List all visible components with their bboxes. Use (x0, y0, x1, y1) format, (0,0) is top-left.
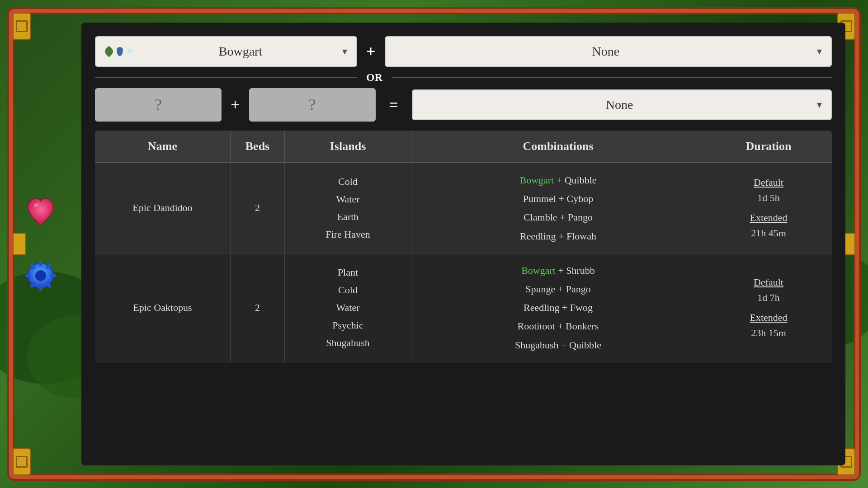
second-dropdown-chevron: ▾ (817, 46, 822, 57)
extended-value: 21h 45m (751, 227, 786, 239)
combo-item: Reedling + Fwog (524, 300, 593, 315)
or-line-right (392, 77, 832, 78)
bolt-bottom-left (13, 448, 31, 475)
cell-islands: PlantColdWaterPsychicShugabush (285, 253, 411, 362)
island-item: Earth (337, 209, 359, 224)
header-beds: Beds (231, 131, 285, 162)
extended-value: 23h 15m (751, 327, 786, 339)
cell-duration: Default1d 5hExtended21h 45m (705, 163, 832, 253)
drop-icon (117, 47, 123, 56)
heart-icon[interactable] (23, 194, 59, 230)
default-value: 1d 5h (757, 192, 780, 204)
table-body: Epic Dandidoo2ColdWaterEarthFire HavenBo… (95, 163, 832, 452)
extended-label: Extended (750, 212, 787, 224)
combo-monster-a: Rootitoot (518, 320, 555, 332)
combo-monster-b: Flowah (566, 230, 596, 242)
combo-item: Pummel + Cybop (523, 191, 593, 206)
second-monster-selector: None ▾ (385, 36, 832, 67)
combo-op: + (559, 302, 570, 313)
combo-item: Reedling + Flowah (520, 228, 596, 244)
or-text: OR (357, 71, 392, 84)
gear-icon[interactable] (23, 258, 59, 294)
cell-islands: ColdWaterEarthFire Haven (285, 163, 411, 253)
island-item: Water (336, 192, 360, 206)
cell-combinations: Bowgart + ShrubbSpunge + PangoReedling +… (411, 253, 705, 362)
table-header: Name Beds Islands Combinations Duration (95, 131, 832, 163)
combo-monster-b: Shrubb (566, 265, 595, 276)
header-combinations: Combinations (411, 131, 705, 162)
main-monster-selector: ❄ Bowgart ▾ (95, 36, 357, 67)
combo-op: + (555, 320, 566, 332)
island-item: Water (336, 300, 360, 315)
or-line-left (95, 77, 357, 78)
combo-monster-a: Spunge (525, 283, 555, 295)
combo-op: + (559, 339, 569, 351)
island-item: Cold (338, 174, 358, 189)
svg-rect-4 (39, 285, 42, 291)
combo-monster-a: Bowgart (519, 174, 554, 186)
combo-op: + (556, 193, 566, 204)
combo-monster-b: Pango (566, 283, 591, 295)
result-dropdown[interactable]: None ▾ (412, 89, 832, 120)
combo-monster-b: Fwog (570, 302, 593, 313)
table-row: Epic Oaktopus2PlantColdWaterPsychicShuga… (95, 253, 832, 362)
extended-label: Extended (750, 312, 787, 324)
combo-op: + (554, 174, 564, 186)
svg-rect-6 (50, 274, 56, 277)
combo-monster-b: Pango (568, 211, 593, 223)
svg-rect-5 (25, 274, 31, 277)
combo-item: Spunge + Pango (525, 281, 590, 297)
combo-monster-b: Cybop (567, 193, 594, 204)
combo-item: Shugabush + Quibble (515, 337, 601, 353)
cell-beds: 2 (231, 253, 285, 362)
question-box-1[interactable]: ? (95, 88, 222, 122)
snowflake-icon: ❄ (127, 47, 133, 56)
island-item: Fire Haven (326, 227, 370, 242)
combo-item: Bowgart + Quibble (519, 172, 596, 188)
top-plus-sign: + (366, 42, 376, 61)
cell-duration: Default1d 7hExtended23h 15m (705, 253, 832, 362)
default-label: Default (754, 277, 783, 288)
alt-selectors-row: ? + ? = None ▾ (95, 88, 832, 122)
island-item: Shugabush (326, 335, 370, 350)
combo-monster-a: Reedling (524, 302, 559, 313)
main-monster-dropdown[interactable]: ❄ Bowgart ▾ (95, 36, 357, 67)
combo-item: Bowgart + Shrubb (521, 263, 595, 278)
result-label: None (422, 98, 817, 112)
result-selector: None ▾ (412, 89, 832, 120)
question-mark-2: ? (309, 96, 316, 114)
combo-op: + (557, 211, 568, 223)
top-selectors-row: ❄ Bowgart ▾ + None ▾ (95, 36, 832, 67)
equals-sign: = (385, 95, 403, 114)
header-name: Name (95, 131, 231, 162)
cell-beds: 2 (231, 163, 285, 253)
sidebar-icons (23, 194, 59, 294)
or-divider-row: OR (95, 71, 832, 84)
bolt-top-left (13, 13, 31, 40)
table-row: Epic Dandidoo2ColdWaterEarthFire HavenBo… (95, 163, 832, 253)
question-mark-1: ? (155, 96, 162, 114)
second-monster-dropdown[interactable]: None ▾ (385, 36, 832, 67)
alt-plus-sign: + (231, 95, 240, 114)
combo-monster-b: Bonkers (566, 320, 599, 332)
combo-monster-a: Reedling (520, 230, 556, 242)
combo-monster-b: Quibble (565, 174, 597, 186)
svg-point-2 (35, 270, 46, 281)
results-table: Name Beds Islands Combinations Duration … (95, 131, 832, 452)
combo-item: Rootitoot + Bonkers (518, 318, 599, 334)
svg-rect-3 (39, 260, 42, 266)
cell-name: Epic Dandidoo (95, 163, 231, 253)
combo-monster-b: Quibble (569, 339, 601, 351)
monster-icons: ❄ (105, 47, 133, 56)
header-duration: Duration (705, 131, 832, 162)
combo-item: Clamble + Pango (524, 209, 593, 225)
leaf-icon (103, 46, 114, 57)
island-item: Cold (338, 282, 358, 297)
main-monster-label: Bowgart (139, 44, 342, 59)
combo-monster-a: Bowgart (521, 265, 556, 276)
question-box-2[interactable]: ? (249, 88, 376, 122)
combo-op: + (555, 283, 566, 295)
main-dropdown-chevron: ▾ (342, 46, 347, 57)
island-item: Plant (338, 265, 358, 280)
cell-combinations: Bowgart + QuibblePummel + CybopClamble +… (411, 163, 705, 253)
